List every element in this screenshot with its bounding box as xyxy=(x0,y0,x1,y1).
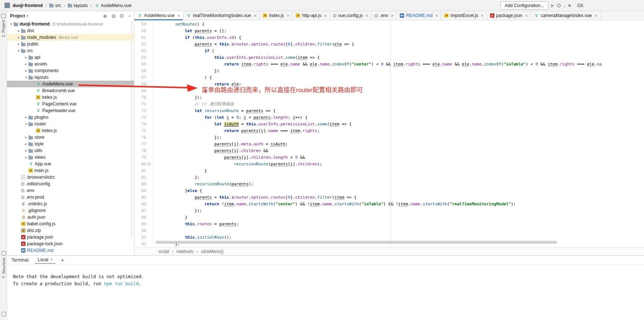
tree-item-src[interactable]: ▾src xyxy=(7,47,134,54)
code-line-64[interactable]: 64 this.userInfo.permissionList.some(ite… xyxy=(134,54,644,61)
horizontal-scrollbar[interactable] xyxy=(155,241,557,244)
tree-item-breadcrumb-vue[interactable]: VBreadcrumb.vue xyxy=(7,87,134,94)
tab-realtimemonitoring-index-vue[interactable]: VrealTimeMonitoring\index.vue× xyxy=(183,11,260,20)
tree-item-pagecontent-vue[interactable]: VPageContent.vue xyxy=(7,101,134,107)
tree-item-browserslistrc[interactable]: ≡.browserslistrc xyxy=(7,174,134,181)
line-number[interactable]: 87 xyxy=(134,208,146,214)
chevron-right-icon[interactable]: ▸ xyxy=(24,155,28,159)
tree-item-env-prod[interactable]: .env.prod xyxy=(7,194,134,201)
line-number[interactable]: 69 xyxy=(134,88,146,94)
tree-item-app-vue[interactable]: VApp.vue xyxy=(7,161,134,167)
sync-button[interactable]: ↓ xyxy=(563,3,566,8)
line-number[interactable]: 75 xyxy=(134,128,146,134)
line-number[interactable]: 81 xyxy=(134,168,146,174)
code-line-74[interactable]: 74 let isAuth = this.userInfo.permission… xyxy=(134,121,644,128)
chevron-right-icon[interactable]: ▸ xyxy=(16,36,21,39)
tab-env[interactable]: .env× xyxy=(372,11,397,20)
tab-asidemenu-vue[interactable]: VAsideMenu.vue× xyxy=(134,11,183,20)
chevron-down-icon[interactable]: ▾ xyxy=(24,122,28,126)
close-tab-icon[interactable]: × xyxy=(525,13,528,18)
tree-item-package-json[interactable]: npackage.json xyxy=(7,234,134,240)
tab-package-json[interactable]: npackage.json× xyxy=(487,11,531,20)
code-line-85[interactable]: 85 parents = this.$router.options.routes… xyxy=(134,194,644,201)
line-number[interactable]: 65 xyxy=(134,61,146,68)
tree-item-public[interactable]: ▸public xyxy=(7,41,134,47)
chevron-right-icon[interactable]: ▸ xyxy=(16,29,21,33)
close-icon[interactable]: × xyxy=(50,257,53,262)
code-line-75[interactable]: 75 return parents[i].name === item.right… xyxy=(134,128,644,134)
tree-item-router[interactable]: ▾router xyxy=(7,121,134,127)
line-number[interactable]: 84 xyxy=(134,188,146,194)
line-number[interactable]: 73 xyxy=(134,114,146,121)
tree-item-dist[interactable]: ▸dist xyxy=(7,27,134,34)
tree-item-index-js[interactable]: JSindex.js xyxy=(7,127,134,134)
tree-item-readme-md[interactable]: MDREADME.md xyxy=(7,247,134,254)
code-line-77[interactable]: 77 parents[i].meta.auth = isAuth; xyxy=(134,141,644,148)
code-line-87[interactable]: 87 }); xyxy=(134,208,644,214)
line-number[interactable]: 91 xyxy=(134,234,146,241)
line-number[interactable]: 67 xyxy=(134,74,146,81)
close-tab-icon[interactable]: × xyxy=(324,13,327,18)
code-line-79[interactable]: 79 parents[i].children.length > 0 && xyxy=(134,154,644,161)
tab-readme-md[interactable]: MDREADME.md× xyxy=(397,11,441,20)
tree-item-pageheader-vue[interactable]: VPageHeader.vue xyxy=(7,107,134,114)
code-line-72[interactable]: 72 let recursionRoute = parents => { xyxy=(134,108,644,114)
code-editor[interactable]: 59 setRoute() {60 let parents = [];61 if… xyxy=(134,20,644,247)
line-number[interactable]: 86 xyxy=(134,201,146,208)
breadcrumb-layouts[interactable]: layouts xyxy=(68,3,88,8)
code-line-67[interactable]: 67 ) { xyxy=(134,74,644,81)
line-number[interactable]: 63 xyxy=(134,48,146,54)
line-number[interactable]: 92 xyxy=(134,241,146,247)
close-tab-icon[interactable]: × xyxy=(365,13,368,18)
tool-window-project-button[interactable]: 1: Project xyxy=(0,11,7,37)
chevron-right-icon[interactable]: ▸ xyxy=(24,69,28,73)
code-line-76[interactable]: 76 }); xyxy=(134,134,644,141)
new-terminal-button[interactable]: + xyxy=(61,257,64,263)
tree-item-gitignore[interactable]: G.gitignore xyxy=(7,207,134,214)
line-number[interactable]: 79 xyxy=(134,154,146,161)
chevron-right-icon[interactable]: ▸ xyxy=(24,142,28,146)
line-number[interactable]: 74 xyxy=(134,121,146,128)
tree-item-node-modules[interactable]: ▸node_moduleslibrary root xyxy=(7,34,134,41)
code-line-71[interactable]: 71 // // 递归权限路由 xyxy=(134,101,644,108)
tab-index-js[interactable]: JSindex.js× xyxy=(260,11,293,20)
terminal-tab-local[interactable]: Local × xyxy=(35,256,56,264)
tool-window-favorites-icon[interactable] xyxy=(1,312,6,316)
close-tab-icon[interactable]: × xyxy=(254,13,256,18)
line-number[interactable]: 80 xyxy=(134,161,146,168)
chevron-down-icon[interactable]: ▾ xyxy=(9,22,14,26)
run-button[interactable]: ▶ xyxy=(551,3,554,8)
chevron-down-icon[interactable]: ▾ xyxy=(24,75,28,79)
stop-button[interactable]: ■ xyxy=(568,3,571,8)
close-tab-icon[interactable]: × xyxy=(391,13,394,18)
breadcrumb-src[interactable]: src xyxy=(49,3,61,8)
tree-item-api[interactable]: ▸api xyxy=(7,54,134,61)
chevron-right-icon[interactable]: ▸ xyxy=(24,115,28,119)
chevron-down-icon[interactable]: ▾ xyxy=(27,14,28,18)
tree-item-plugins[interactable]: ▸plugins xyxy=(7,114,134,121)
line-number[interactable]: 64 xyxy=(134,54,146,61)
line-number[interactable]: 59 xyxy=(134,21,146,28)
chevron-right-icon[interactable]: ▸ xyxy=(16,42,21,46)
project-panel-title[interactable]: Project xyxy=(10,13,25,18)
tree-item-dist-zip[interactable]: Zdist.zip xyxy=(7,227,134,234)
code-line-83[interactable]: 83 recursionRoute(parents); xyxy=(134,181,644,188)
tree-item-main-js[interactable]: JSmain.js xyxy=(7,167,134,174)
line-number[interactable]: 88 xyxy=(134,214,146,221)
line-number[interactable]: 78 xyxy=(134,148,146,154)
tab-http-api-js[interactable]: JShttp-api.js× xyxy=(293,11,330,20)
code-line-86[interactable]: 86 return !item.name.startsWith("center"… xyxy=(134,201,644,208)
collapse-all-button[interactable]: ⊟ xyxy=(112,13,116,19)
tab-importexcel-js[interactable]: JSimportExcel.js× xyxy=(441,11,487,20)
tree-item-index-js[interactable]: JSindex.js xyxy=(7,94,134,101)
line-number[interactable]: 77 xyxy=(134,141,146,148)
tool-window-structure-button[interactable]: 7: Structure xyxy=(1,249,6,279)
code-line-73[interactable]: 73 for (let i = 0; i < parents.length; i… xyxy=(134,114,644,121)
close-tab-icon[interactable]: × xyxy=(177,13,180,18)
breadcrumb-file[interactable]: V AsideMenu.vue xyxy=(94,3,131,8)
tree-item-views[interactable]: ▸views xyxy=(7,154,134,161)
code-line-63[interactable]: 63 if ( xyxy=(134,48,644,54)
locate-file-button[interactable]: ⊕ xyxy=(103,13,107,19)
tree-item-package-lock-json[interactable]: npackage-lock.json xyxy=(7,240,134,247)
line-number[interactable]: 82 xyxy=(134,174,146,181)
